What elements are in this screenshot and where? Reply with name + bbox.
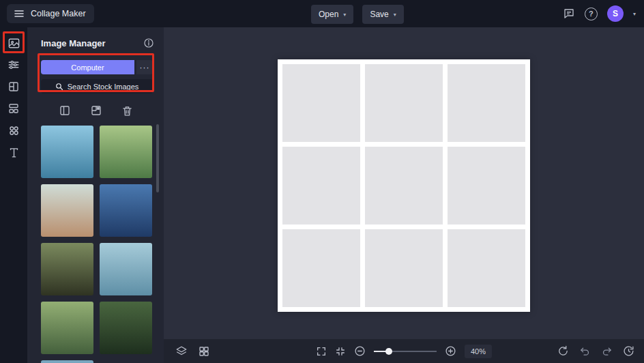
undo-icon[interactable]: [579, 345, 591, 357]
collage-cell[interactable]: [448, 229, 525, 307]
fullscreen-icon[interactable]: [316, 346, 327, 357]
zoom-slider[interactable]: [374, 347, 437, 355]
photo-thumbnail[interactable]: [41, 302, 93, 354]
panel-scrollbar[interactable]: [156, 124, 159, 192]
photo-thumbnail[interactable]: [41, 360, 93, 363]
layouts-icon: [8, 81, 20, 93]
panel-header: Image Manager: [27, 27, 164, 55]
photo-thumbnail[interactable]: [41, 184, 93, 237]
edit-settings-icon: [8, 59, 20, 71]
app-title: Collage Maker: [31, 9, 86, 18]
photo-thumbnail[interactable]: [41, 243, 93, 295]
history-icon[interactable]: [623, 345, 634, 357]
feedback-icon[interactable]: [563, 8, 575, 20]
avatar[interactable]: S: [607, 5, 624, 22]
zoom-in-icon[interactable]: [445, 345, 456, 357]
reset-rotate-icon[interactable]: [557, 345, 569, 357]
collage-cell[interactable]: [282, 64, 360, 142]
collage-cell[interactable]: [365, 147, 443, 224]
main-menu-button[interactable]: Collage Maker: [7, 4, 94, 23]
autofill-grid-icon[interactable]: [90, 104, 102, 117]
photo-thumbnail[interactable]: [100, 243, 152, 295]
main-area: Image Manager Computer ··· Search Stock …: [0, 27, 644, 363]
photo-thumbnail[interactable]: [100, 184, 152, 237]
sidebar-item-image-manager[interactable]: [3, 32, 25, 54]
collage-cell[interactable]: [365, 229, 443, 307]
templates-icon: [8, 102, 20, 115]
trash-icon[interactable]: [121, 104, 133, 117]
collage-cell[interactable]: [448, 147, 525, 224]
hamburger-icon: [14, 8, 25, 19]
image-manager-panel: Image Manager Computer ··· Search Stock …: [27, 27, 164, 363]
zoom-slider-knob[interactable]: [385, 348, 392, 355]
sidebar-item-text[interactable]: [3, 141, 25, 163]
zoom-controls: 40%: [316, 339, 492, 363]
file-actions: Open ▾ Save ▾: [311, 5, 404, 24]
chevron-down-icon: ▾: [394, 12, 396, 18]
zoom-out-icon[interactable]: [354, 345, 366, 357]
sidebar-item-templates[interactable]: [3, 98, 25, 119]
photo-thumbnail[interactable]: [100, 126, 152, 178]
panel-title: Image Manager: [41, 38, 106, 48]
save-button[interactable]: Save ▾: [362, 5, 403, 24]
zoom-level: 40%: [465, 345, 492, 358]
photo-thumbnail[interactable]: [41, 126, 93, 178]
grid-view-icon[interactable]: [198, 345, 210, 358]
chevron-down-icon: ▾: [343, 12, 346, 18]
toolbar-right: [557, 345, 634, 357]
collage-cell[interactable]: [282, 229, 360, 307]
left-rail: [0, 27, 27, 363]
toolbar-left: [175, 345, 210, 358]
photo-thumbnail[interactable]: [100, 302, 152, 354]
graphics-icon: [8, 124, 20, 137]
image-manager-icon: [8, 37, 20, 50]
collage-canvas: [278, 59, 530, 312]
thumbnail-grid: [41, 126, 164, 363]
canvas-toolbar: 40%: [164, 339, 644, 363]
collage-cell[interactable]: [282, 147, 360, 224]
sidebar-item-layouts[interactable]: [3, 76, 25, 98]
sidebar-item-edit[interactable]: [3, 54, 25, 76]
search-stock-images-button[interactable]: Search Stock Images: [41, 79, 153, 93]
info-icon[interactable]: [143, 38, 154, 48]
thumbnail-tools: [27, 104, 164, 117]
fit-to-screen-icon[interactable]: [335, 346, 346, 357]
layers-icon[interactable]: [175, 345, 188, 358]
split-layout-icon[interactable]: [59, 104, 71, 117]
more-sources-button[interactable]: ···: [136, 60, 153, 74]
collage-maker-app: Collage Maker Open ▾ Save ▾ ? S ▾: [0, 0, 644, 363]
text-icon: [8, 147, 20, 158]
topbar-right: ? S ▾: [563, 5, 636, 22]
open-button[interactable]: Open ▾: [311, 5, 353, 24]
account-chevron-icon[interactable]: ▾: [633, 11, 636, 17]
source-buttons: Computer ···: [41, 60, 164, 74]
sidebar-item-graphics[interactable]: [3, 119, 25, 141]
top-bar: Collage Maker Open ▾ Save ▾ ? S ▾: [0, 0, 644, 27]
collage-cell[interactable]: [365, 64, 443, 142]
collage-cell[interactable]: [448, 64, 525, 142]
redo-icon[interactable]: [601, 345, 613, 357]
search-icon: [55, 83, 63, 91]
computer-button[interactable]: Computer: [41, 60, 134, 74]
help-icon[interactable]: ?: [585, 8, 598, 20]
canvas-area: 40%: [164, 27, 644, 363]
